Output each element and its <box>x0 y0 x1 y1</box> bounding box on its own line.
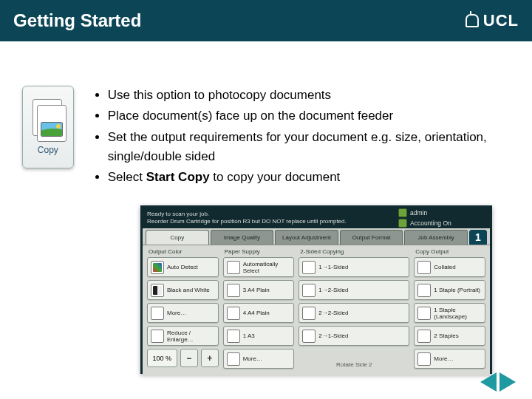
ucl-logo: UCL <box>466 11 519 30</box>
paper-icon <box>227 284 240 297</box>
tab-image-quality[interactable]: Image Quality <box>211 230 274 245</box>
accounting-indicator[interactable]: Accounting On <box>398 219 485 228</box>
duplex-icon <box>302 307 316 320</box>
slide-nav <box>480 372 516 392</box>
duplex-icon <box>302 261 316 274</box>
tab-job-assembly[interactable]: Job Assembly <box>404 230 468 245</box>
copy-tile-thumbnail: Copy <box>22 86 74 168</box>
opt-collated[interactable]: Collated <box>414 257 485 277</box>
ucl-logo-text: UCL <box>483 11 519 30</box>
ucl-dome-icon <box>466 14 479 27</box>
more-icon <box>227 352 240 366</box>
status-message: Ready to scan your job. Reorder Drum Car… <box>147 211 392 225</box>
opt-tray3-a4[interactable]: 3 A4 Plain <box>223 280 295 300</box>
opt-reduce-enlarge[interactable]: Reduce / Enlarge… <box>147 326 219 346</box>
document-stack-icon <box>31 99 65 140</box>
more-icon <box>151 307 164 320</box>
col-copy-output: Copy Output Collated 1 Staple (Portrait)… <box>414 248 485 371</box>
scale-plus-button[interactable]: + <box>201 349 219 367</box>
instruction-list: Use this option to photocopy documents P… <box>95 86 510 189</box>
collate-icon <box>417 261 431 274</box>
col-heading: Paper Supply <box>225 248 295 255</box>
tab-copy[interactable]: Copy <box>146 230 209 245</box>
opt-tray4-a4[interactable]: 4 A4 Plain <box>223 303 295 323</box>
opt-1staple-landscape[interactable]: 1 Staple (Landscape) <box>414 303 485 323</box>
opt-1-1-sided[interactable]: 1→1-Sided <box>299 257 409 277</box>
scale-percent: 100 % <box>147 349 177 367</box>
user-icon <box>398 208 407 217</box>
duplex-icon <box>302 284 316 297</box>
slide-title: Getting Started <box>13 10 141 31</box>
scale-minus-button[interactable]: − <box>180 349 198 367</box>
opt-color-more[interactable]: More… <box>147 303 219 323</box>
instruction-item: Use this option to photocopy documents <box>108 86 510 105</box>
opt-black-white[interactable]: Black and White <box>147 280 219 300</box>
opt-1-2-sided[interactable]: 1→2-Sided <box>299 280 409 300</box>
staple-icon <box>417 284 431 297</box>
opt-tray1-a3[interactable]: 1 A3 <box>223 326 295 346</box>
opt-2-2-sided[interactable]: 2→2-Sided <box>299 303 409 323</box>
paper-icon <box>227 261 240 274</box>
user-indicator[interactable]: admin <box>398 208 485 217</box>
opt-1staple-portrait[interactable]: 1 Staple (Portrait) <box>414 280 485 300</box>
options-grid: Output Color Auto Detect Black and White… <box>143 245 490 375</box>
quantity-display[interactable]: 1 <box>469 230 487 245</box>
col-heading: Copy Output <box>415 248 485 255</box>
next-slide-button[interactable] <box>499 372 516 392</box>
col-paper-supply: Paper Supply Automatically Select 3 A4 P… <box>223 248 295 371</box>
copy-tile-label: Copy <box>38 145 58 155</box>
bw-icon <box>151 284 164 297</box>
rotate-side-2[interactable]: Rotate Side 2 <box>299 361 409 371</box>
paper-icon <box>227 307 240 320</box>
copier-touchscreen: Ready to scan your job. Reorder Drum Car… <box>140 205 492 374</box>
paper-icon <box>227 330 240 343</box>
col-heading: Output Color <box>149 248 219 255</box>
reduce-controls: 100 % − + <box>147 349 219 367</box>
slide-header: Getting Started UCL <box>0 0 532 41</box>
col-heading: 2-Sided Copying <box>300 248 409 255</box>
opt-paper-auto[interactable]: Automatically Select <box>223 257 295 277</box>
opt-2-1-sided[interactable]: 2→1-Sided <box>299 326 409 346</box>
col-two-sided: 2-Sided Copying 1→1-Sided 1→2-Sided 2→2-… <box>299 248 409 371</box>
duplex-icon <box>302 330 316 343</box>
instruction-item: Set the output requirements for your doc… <box>108 128 510 167</box>
content-area: Copy Use this option to photocopy docume… <box>0 41 532 189</box>
col-output-color: Output Color Auto Detect Black and White… <box>147 248 219 371</box>
scale-icon <box>151 330 164 343</box>
opt-output-more[interactable]: More… <box>414 349 485 369</box>
tab-output-format[interactable]: Output Format <box>340 230 403 245</box>
accounting-icon <box>398 219 407 228</box>
opt-2staples[interactable]: 2 Staples <box>414 326 485 346</box>
tab-layout-adjustment[interactable]: Layout Adjustment <box>275 230 338 245</box>
opt-paper-more[interactable]: More… <box>223 349 295 369</box>
opt-auto-detect[interactable]: Auto Detect <box>147 257 219 277</box>
more-icon <box>417 352 431 366</box>
instruction-item: Place document(s) face up on the documen… <box>108 106 510 126</box>
tab-strip: Copy Image Quality Layout Adjustment Out… <box>146 230 487 245</box>
staple-icon <box>417 307 431 320</box>
instruction-item: Select Start Copy to copy your document <box>108 168 510 187</box>
color-icon <box>151 261 164 274</box>
staple-icon <box>417 330 431 343</box>
status-bar: Ready to scan your job. Reorder Drum Car… <box>143 208 490 228</box>
prev-slide-button[interactable] <box>480 372 497 392</box>
